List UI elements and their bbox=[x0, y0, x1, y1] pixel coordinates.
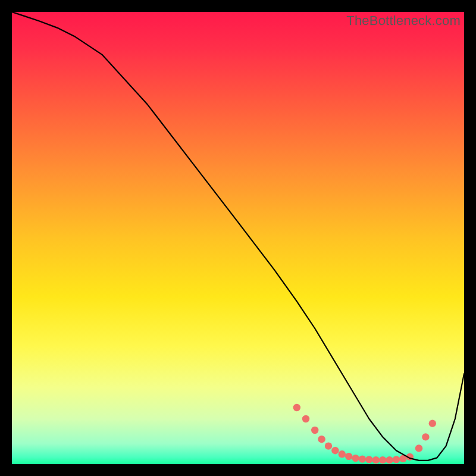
chart-svg bbox=[12, 12, 464, 464]
trough-dot bbox=[386, 456, 393, 464]
trough-dot bbox=[359, 455, 366, 462]
trough-dot bbox=[415, 444, 422, 452]
trough-dot bbox=[365, 456, 372, 463]
trough-dot bbox=[318, 436, 325, 443]
trough-dot bbox=[293, 404, 300, 411]
trough-dot bbox=[339, 450, 346, 458]
trough-dot bbox=[372, 456, 380, 464]
trough-dot bbox=[429, 419, 436, 427]
plot-area: TheBottleneck.com bbox=[11, 11, 465, 465]
trough-dot bbox=[302, 415, 309, 422]
trough-dot bbox=[379, 456, 386, 464]
trough-dot bbox=[311, 427, 318, 434]
curve-line bbox=[12, 12, 464, 461]
trough-dot bbox=[345, 453, 352, 460]
trough-dot bbox=[422, 433, 429, 440]
trough-dot bbox=[325, 442, 332, 449]
markers-group bbox=[293, 404, 436, 464]
chart-stage: TheBottleneck.com bbox=[0, 0, 476, 476]
trough-dot bbox=[352, 455, 359, 462]
trough-dot bbox=[393, 456, 400, 463]
trough-dot bbox=[331, 447, 339, 454]
